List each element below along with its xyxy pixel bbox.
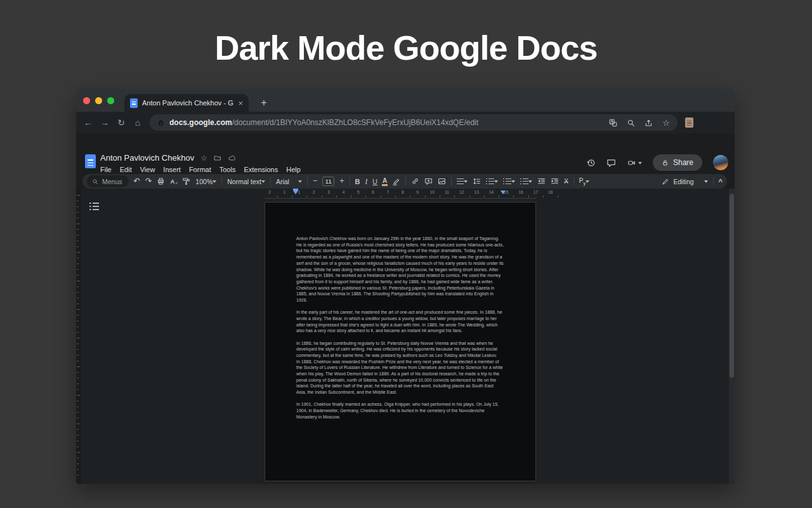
reload-icon[interactable]: ↻ [113,118,129,127]
doc-paragraph: In 1901, Chekhov finally married an actr… [296,401,504,420]
ruler-number: 9 [414,190,421,194]
ruler-tick [77,275,79,276]
menu-extensions[interactable]: Extensions [244,166,278,173]
lock-icon [157,119,164,126]
ruler-tick [440,196,440,197]
hide-menus-button[interactable]: ^ [719,178,723,185]
ruler-tick [77,441,79,441]
close-window-button[interactable] [83,97,90,104]
ruler-tick [77,475,79,476]
editing-mode-label: Editing [673,178,693,185]
forward-icon[interactable]: → [96,118,113,127]
ruler-tick [484,196,485,197]
share-button[interactable]: Share [653,154,702,171]
ruler-tick [77,326,79,327]
menu-help[interactable]: Help [286,166,301,173]
undo-icon[interactable]: ↶ [134,177,140,185]
chevron-down-icon [528,180,532,185]
ruler-tick [77,401,79,401]
increase-indent-icon[interactable] [551,177,559,185]
menu-edit[interactable]: Edit [120,166,132,173]
bold-button[interactable]: B [355,178,360,185]
ruler-tick [513,196,514,197]
search-icon [92,178,98,185]
cloud-status-icon[interactable] [228,154,236,162]
minimize-window-button[interactable] [95,97,102,104]
paragraph-style-select[interactable]: Normal text [227,178,265,185]
star-document-icon[interactable]: ☆ [200,154,207,162]
scrollbar-thumb[interactable] [730,194,734,378]
bulleted-list-select[interactable] [503,178,515,185]
line-spacing-icon[interactable] [473,177,481,185]
underline-button[interactable]: U [372,178,377,185]
docs-favicon-icon [130,98,138,108]
chevron-down-icon [494,180,498,185]
back-icon[interactable]: ← [80,118,96,127]
show-outline-button[interactable] [89,203,99,211]
highlight-color-icon[interactable] [392,177,400,185]
add-comment-icon[interactable] [424,177,433,185]
decrease-indent-icon[interactable] [537,177,546,185]
numbered-list-select[interactable] [520,178,532,185]
close-tab-icon[interactable]: × [238,99,243,107]
search-icon[interactable] [627,119,635,127]
ruler-tick [381,196,381,197]
ruler-tick [77,235,79,236]
spellcheck-icon[interactable]: A [170,178,177,185]
translate-icon[interactable] [609,119,617,127]
move-folder-icon[interactable] [214,154,221,162]
docs-logo-icon[interactable] [85,154,96,168]
checklist-icon [486,178,494,184]
extension-icon[interactable] [685,117,693,128]
document-title[interactable]: Anton Pavlovich Chekhov [100,153,194,163]
ruler-tick [77,241,79,241]
ruler-number: 17 [532,190,539,194]
browser-tab[interactable]: Anton Pavlovich Chekhov - Go × [124,94,249,112]
font-select[interactable]: Arial [276,178,302,185]
document-page[interactable]: Anton Pavlovich Chekhov was born on Janu… [265,202,536,481]
ruler-number: 12 [459,190,465,194]
insert-image-icon[interactable] [438,177,446,185]
doc-paragraph: Anton Pavlovich Chekhov was born on Janu… [296,236,504,304]
menu-file[interactable]: File [100,166,112,173]
redo-icon[interactable]: ↷ [145,177,152,185]
align-select[interactable] [457,178,468,185]
ruler-tick [77,372,79,373]
input-tools-select[interactable]: Py [579,177,589,186]
print-icon[interactable] [157,177,165,185]
doc-paragraphs: Anton Pavlovich Chekhov was born on Janu… [296,236,504,420]
comments-icon[interactable] [606,158,616,168]
zoom-value: 100% [195,178,213,185]
italic-button[interactable]: I [365,178,368,185]
paint-format-icon[interactable] [182,177,190,185]
share-page-icon[interactable] [645,119,653,127]
menu-format[interactable]: Format [189,166,211,173]
fullscreen-window-button[interactable] [107,97,114,104]
meet-button[interactable] [627,159,642,167]
address-bar[interactable]: docs.google.com/document/d/1BIYYoA0nszKl… [150,114,678,131]
home-icon[interactable]: ⌂ [129,118,146,127]
menu-insert[interactable]: Insert [163,166,181,173]
clear-formatting-button[interactable]: X [564,178,568,185]
ruler-number: 7 [384,190,391,194]
checklist-select[interactable] [486,178,498,185]
insert-link-icon[interactable] [411,177,419,185]
text-color-button[interactable]: A [383,177,387,186]
menu-tools[interactable]: Tools [219,166,236,173]
zoom-select[interactable]: 100% [195,178,216,185]
input-tools-label: Py [579,177,586,186]
menu-view[interactable]: View [140,166,155,173]
new-tab-button[interactable]: + [256,95,272,110]
bookmark-star-icon[interactable]: ☆ [662,119,670,127]
version-history-icon[interactable] [586,158,596,168]
ruler-tick [77,292,79,293]
ruler-tick [77,458,79,458]
scrollbar-track[interactable] [729,189,735,484]
account-avatar[interactable] [713,155,728,170]
ruler-tick [77,206,79,207]
editing-mode-select[interactable]: Editing [662,178,707,185]
decrease-font-size-button[interactable]: − [313,177,317,185]
increase-font-size-button[interactable]: + [339,177,344,185]
menus-search-button[interactable]: Menus [87,175,129,187]
font-size-input[interactable]: 11 [322,177,334,186]
